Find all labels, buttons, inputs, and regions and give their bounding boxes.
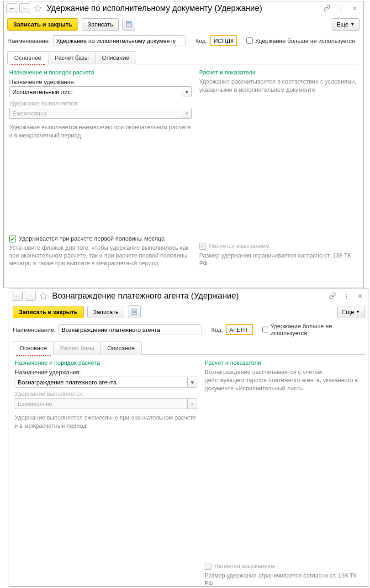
col-right: Расчет и показатели Вознаграждение рассч…: [197, 359, 363, 587]
col-left: Назначение и порядок расчета Назначение …: [9, 69, 192, 268]
first-half-checkbox[interactable]: ✓ Удерживается при расчете первой полови…: [9, 235, 192, 242]
col-right: Расчет и показатели Удержание рассчитыва…: [192, 69, 358, 268]
section-purpose: Назначение и порядок расчета: [9, 69, 192, 76]
name-label: Наименование:: [7, 37, 50, 44]
tab-desc[interactable]: Описание: [100, 341, 142, 355]
limit-note: Размер удержания ограничивается согласно…: [199, 252, 358, 268]
window-agent-reward: ← → Вознаграждение платежного агента (Уд…: [9, 289, 369, 587]
tab-base[interactable]: Расчет базы: [48, 51, 96, 64]
col-left: Назначение и порядок расчета Назначение …: [15, 359, 197, 587]
favorite-icon[interactable]: [39, 292, 48, 300]
purpose-label: Назначение удержания:: [15, 369, 197, 376]
favorite-icon[interactable]: [34, 4, 42, 12]
link-icon[interactable]: [328, 292, 337, 300]
purpose-select[interactable]: ▼: [9, 86, 192, 97]
code-label: Код:: [196, 37, 207, 44]
limit-note: Размер удержания ограничивается согласно…: [205, 572, 363, 587]
perform-note: Удержание выполняется ежемесячно при око…: [15, 414, 197, 430]
nav-back-button[interactable]: ←: [6, 3, 17, 13]
save-button[interactable]: Записать: [87, 306, 125, 318]
name-row: Наименование: Код: Удержание больше не и…: [4, 33, 363, 51]
more-button[interactable]: Еще▼: [332, 18, 359, 31]
perform-label: Удержание выполняется:: [9, 100, 192, 107]
report-button[interactable]: [122, 18, 135, 31]
chevron-down-icon[interactable]: ▼: [187, 377, 197, 388]
panel-main: Назначение и порядок расчета Назначение …: [4, 64, 363, 272]
report-button[interactable]: [128, 305, 141, 318]
not-used-checkbox[interactable]: Удержание больше не используется: [262, 323, 365, 336]
not-used-checkbox[interactable]: Удержание больше не используется: [246, 37, 355, 44]
close-icon[interactable]: ✕: [350, 4, 359, 12]
titlebar: ← → Удержание по исполнительному докумен…: [4, 1, 363, 15]
window-title: Удержание по исполнительному документу (…: [47, 4, 319, 13]
perform-select: ▼: [15, 398, 197, 409]
section-calc: Расчет и показатели: [205, 359, 363, 366]
svg-rect-0: [127, 21, 132, 27]
perform-select: ▼: [9, 108, 192, 119]
section-calc: Расчет и показатели: [199, 69, 358, 76]
menu-icon[interactable]: ⋮: [337, 4, 345, 12]
window-deduction-executive: ← → Удержание по исполнительному докумен…: [3, 1, 364, 288]
perform-label: Удержание выполняется:: [15, 390, 197, 397]
code-input[interactable]: [210, 35, 237, 46]
tab-main[interactable]: Основное: [7, 51, 48, 64]
nav-back-button[interactable]: ←: [12, 291, 23, 301]
toolbar: Записать и закрыть Записать Еще▼: [4, 15, 363, 33]
more-button[interactable]: Еще▼: [337, 306, 365, 318]
tab-base[interactable]: Расчет базы: [53, 341, 101, 355]
code-input[interactable]: [226, 324, 253, 335]
purpose-select[interactable]: ▼: [15, 377, 197, 388]
tab-main[interactable]: Основное: [13, 341, 54, 355]
name-input[interactable]: [58, 324, 201, 335]
chevron-down-icon: ▼: [187, 398, 197, 409]
svg-rect-4: [132, 309, 137, 315]
tab-desc[interactable]: Описание: [95, 51, 136, 64]
name-row: Наименование: Код: Удержание больше не и…: [9, 321, 369, 341]
name-input[interactable]: [53, 35, 185, 46]
nav-forward-button[interactable]: →: [19, 3, 30, 13]
link-icon[interactable]: [323, 4, 331, 12]
save-close-button[interactable]: Записать и закрыть: [7, 18, 78, 31]
section-purpose: Назначение и порядок расчета: [15, 359, 197, 366]
titlebar: ← → Вознаграждение платежного агента (Уд…: [9, 289, 369, 303]
first-half-hint: Установите флажок для того, чтобы удержа…: [9, 244, 192, 268]
calc-info: Вознаграждение рассчитывается с учетом д…: [205, 368, 363, 393]
check-icon: ✓: [199, 243, 206, 250]
check-icon: ✓: [9, 236, 16, 242]
tabs: Основное Расчет базы Описание: [7, 51, 359, 64]
close-icon[interactable]: ✕: [356, 292, 364, 300]
nav-forward-button[interactable]: →: [25, 291, 36, 301]
menu-icon[interactable]: ⋮: [342, 292, 350, 300]
is-levy-checkbox: Является взысканием: [205, 562, 363, 570]
check-icon: [205, 563, 211, 570]
panel-main: Назначение и порядок расчета Назначение …: [9, 355, 369, 587]
purpose-label: Назначение удержания:: [9, 79, 192, 85]
perform-note: Удержание выполняется ежемесячно при око…: [9, 123, 192, 139]
save-button[interactable]: Записать: [82, 18, 119, 31]
name-label: Наименование:: [13, 326, 56, 333]
toolbar: Записать и закрыть Записать Еще▼: [9, 303, 369, 321]
chevron-down-icon[interactable]: ▼: [182, 86, 192, 97]
tabs: Основное Расчет базы Описание: [13, 341, 365, 355]
calc-info: Удержание рассчитывается в соответствии …: [199, 78, 358, 94]
code-label: Код:: [211, 326, 223, 333]
window-title: Вознаграждение платежного агента (Удержа…: [52, 291, 325, 301]
is-levy-checkbox: ✓ Является взысканием: [199, 242, 358, 250]
save-close-button[interactable]: Записать и закрыть: [13, 306, 84, 318]
chevron-down-icon: ▼: [182, 108, 192, 119]
